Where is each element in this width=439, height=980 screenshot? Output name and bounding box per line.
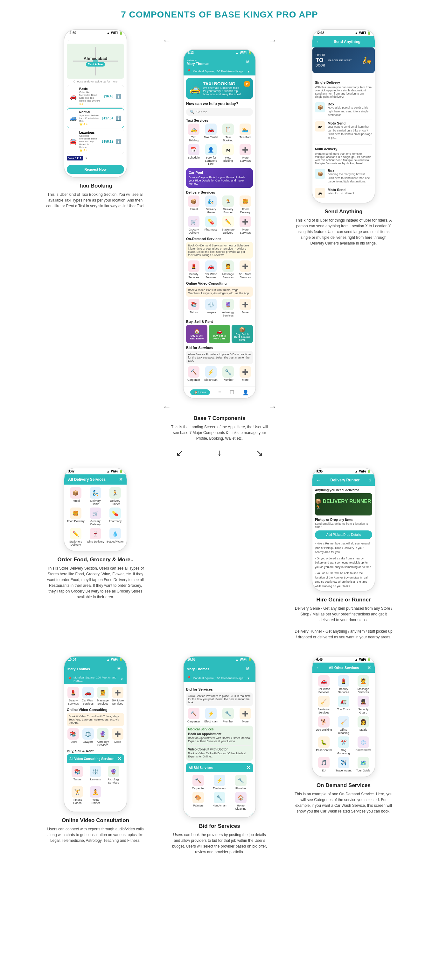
tour-guide-service[interactable]: 🗺️ Tour Guide — [354, 757, 372, 772]
beauty-service[interactable]: 💄 Beauty Services — [334, 675, 352, 694]
location-pin: 📍 — [187, 69, 192, 73]
carwash-svc[interactable]: 🚗 Car Wash Services — [82, 687, 95, 705]
carpenter-all[interactable]: 🔨 Carpenter — [189, 775, 208, 790]
more-b[interactable]: ➕ More — [238, 708, 253, 723]
pest-control-service[interactable]: 🐛 Pest Control — [315, 737, 333, 755]
bookmark-nav[interactable]: ☐ — [230, 390, 234, 395]
all-delivery-close[interactable]: ✕ — [119, 477, 123, 482]
all-video-close[interactable]: ✕ — [118, 756, 122, 761]
handyman-all[interactable]: 🔧 Handyman — [210, 792, 229, 810]
dj-service[interactable]: 🎵 DJ — [315, 757, 333, 772]
pharmacy-item[interactable]: 💊 Pharmacy — [106, 508, 124, 526]
more-services-taxi-icon[interactable]: ➕ More Services — [238, 144, 253, 165]
grocery-delivery-item[interactable]: 🛒 Grocery Delivery — [87, 508, 105, 526]
parcel-icon[interactable]: 📦 Parcel — [186, 196, 201, 214]
buy-sell-realestate[interactable]: 🏠 Buy & Sell Real Estate — [186, 325, 208, 343]
lawyers-all[interactable]: ⚖️ Lawyers — [87, 766, 104, 784]
runner-info-btn[interactable]: ℹ — [369, 478, 371, 482]
snow-plows-service[interactable]: ❄️ Snow Plows — [354, 737, 372, 755]
fitness-coach[interactable]: 🏋️ Fitness Coach — [69, 786, 86, 805]
food-delivery-icon[interactable]: 🍔 Food Delivery — [238, 196, 253, 214]
taxi-booking-phone: 11:50 ▲WiFi🔋 ← — [63, 29, 127, 178]
arrow-right-top — [268, 36, 277, 46]
grocery-delivery-icon[interactable]: 🛒 Grocery Delivery — [186, 216, 201, 234]
tutors-all[interactable]: 📚 Tutors — [69, 766, 86, 784]
maids-service[interactable]: 👩 Maids — [354, 716, 372, 735]
electrician-all[interactable]: ⚡ Electrician — [210, 775, 229, 790]
taxi-back-btn[interactable]: ← — [67, 37, 72, 42]
carpenter-b[interactable]: 🔨 Carpenter — [186, 708, 201, 723]
book-someone-icon[interactable]: 👤 Book for Someone Else — [203, 144, 219, 165]
buy-sell-general[interactable]: 📦 Buy, Sell & Rent General Items — [231, 325, 253, 343]
yoga-trainer[interactable]: 🧘 Yoga Trainer — [87, 786, 104, 805]
all-bid-close[interactable]: ✕ — [247, 765, 250, 770]
massage-svc[interactable]: 💆 Massage Services — [97, 687, 109, 705]
taxi-bidding-icon[interactable]: 🚕 Taxi Bidding — [186, 124, 201, 142]
delivery-genie-item[interactable]: 🧞 Delivery Genie — [87, 487, 105, 506]
massage-service[interactable]: 💆 Massage Services — [354, 675, 372, 694]
electrician-icon[interactable]: ⚡ Electrician — [203, 366, 219, 382]
send-back-btn[interactable]: ← — [316, 39, 321, 44]
lawyers-icon[interactable]: ⚖️ Lawyers — [203, 299, 219, 317]
parcel-item[interactable]: 📦 Parcel — [67, 487, 85, 506]
more-bid-icon[interactable]: ➕ More — [238, 366, 253, 382]
search-bar[interactable]: 🔍 Search — [186, 108, 253, 116]
other-close-btn[interactable]: ✕ — [367, 665, 371, 670]
lawyers-v[interactable]: ⚖️ Lawyers — [82, 728, 95, 747]
other-back-btn[interactable]: ← — [316, 665, 321, 670]
car-wash-service[interactable]: 🚗 Car Wash Services — [315, 675, 333, 694]
dog-walking-service[interactable]: 🐕 Dog Walking — [315, 716, 333, 735]
moto-bidding-icon[interactable]: 🏍 Moto Bidding — [220, 144, 236, 165]
send-anything-phone: 12:33 ▲WiFi🔋 ← Send Anything DOOR TO — [312, 29, 376, 204]
tutors-icon[interactable]: 📚 Tutors — [186, 299, 201, 317]
pharmacy-icon[interactable]: 💊 Pharmacy — [203, 216, 219, 234]
security-guard-service[interactable]: 💂 Security Guard — [354, 696, 372, 714]
astrology-all[interactable]: 🔮 Astrology Services — [105, 766, 122, 784]
profile-nav[interactable]: 👤 — [242, 390, 249, 395]
delivery-runner-item[interactable]: 🏃 Delivery Runner — [106, 487, 124, 506]
office-cleaning-service[interactable]: 🧹 Office Cleaning — [334, 716, 352, 735]
more-video-icon[interactable]: ➕ More — [238, 299, 253, 317]
food-delivery-item[interactable]: 🍔 Food Delivery — [67, 508, 85, 526]
dog-grooming-service[interactable]: ✂️ Dog Grooming — [334, 737, 352, 755]
list-nav[interactable]: ≡ — [218, 390, 221, 395]
order-food-desc: Order Food, Grocery & More.. This is Sto… — [46, 557, 145, 600]
more-on-demand-icon[interactable]: ➕ 50+ More Services — [238, 261, 253, 279]
delivery-runner-icon[interactable]: 🏃 Delivery Runner — [220, 196, 236, 214]
painters-all[interactable]: 🎨 Painters — [189, 792, 208, 810]
massage-icon[interactable]: 💆 Massage Services — [220, 261, 236, 279]
beauty-services-icon[interactable]: 💄 Beauty Services — [186, 261, 201, 279]
wine-delivery-item[interactable]: 🍷 Wine Delivery — [87, 528, 105, 546]
sanitation-service[interactable]: 🧹 Sanitation Services — [315, 696, 333, 714]
car-wash-icon[interactable]: 🚗 Car Wash Services — [203, 261, 219, 279]
delivery-genie-icon[interactable]: 🧞 Delivery Genie — [203, 196, 219, 214]
beauty-svc[interactable]: 💄 Beauty Services — [67, 687, 80, 705]
request-now-btn[interactable]: Request Now — [67, 165, 124, 174]
schedule-icon[interactable]: 📅 Schedule — [186, 144, 201, 165]
stationery-item[interactable]: ✏️ Stationery Delivery — [67, 528, 85, 546]
more-svc[interactable]: ➕ 50+ More Services — [111, 687, 124, 705]
plumber-all[interactable]: 🔧 Plumber — [231, 775, 250, 790]
stationery-icon[interactable]: ✏️ Stationery Delivery — [220, 216, 236, 234]
taxi-rental-icon[interactable]: 🚗 Taxi Rental — [203, 124, 219, 142]
home-cleaning-all[interactable]: 🏠 Home Cleaning — [231, 792, 250, 810]
buy-sell-cars[interactable]: 🚗 Buy, Sell & Rent Cars — [209, 325, 230, 343]
astrology-v[interactable]: 🔮 Astrology Services — [97, 728, 109, 747]
taxi-statusbar-time: 11:50 — [68, 31, 76, 35]
runner-back-btn[interactable]: ← — [316, 477, 321, 483]
carpenter-icon[interactable]: 🔨 Carpenter — [186, 366, 201, 382]
more-v[interactable]: ➕ More — [111, 728, 124, 747]
tutors-v[interactable]: 📚 Tutors — [67, 728, 80, 747]
taxi-pool-icon[interactable]: 🏊 Taxi Pool — [238, 124, 253, 142]
bottled-water-item[interactable]: 💧 Bottled Water — [106, 528, 124, 546]
tow-truck-service[interactable]: 🚛 Tow Truck — [334, 696, 352, 714]
plumber-icon[interactable]: 🔧 Plumber — [220, 366, 236, 382]
home-nav[interactable]: 🏠 Home — [190, 390, 210, 395]
taxi-booking-icon[interactable]: 📋 Taxi Booking — [220, 124, 236, 142]
more-delivery-icon[interactable]: ➕ More Services — [238, 216, 253, 234]
travel-agent-service[interactable]: ✈️ Travel Agent — [334, 757, 352, 772]
plumber-b[interactable]: 🔧 Plumber — [220, 708, 236, 723]
electrician-b[interactable]: ⚡ Electrician — [203, 708, 219, 723]
astrology-icon[interactable]: 🔮 Astrology Services — [220, 299, 236, 317]
add-pickup-btn[interactable]: Add Pickup/Drop Details — [315, 530, 372, 539]
